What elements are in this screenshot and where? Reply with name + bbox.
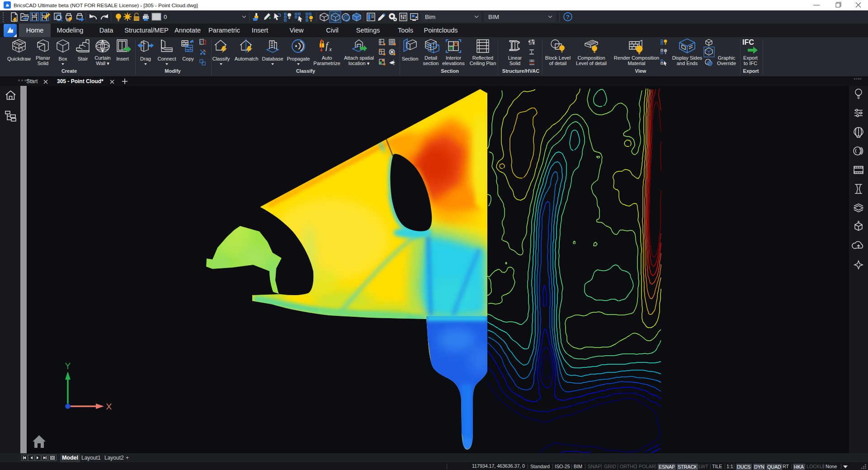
svg-text:?: ? (566, 14, 570, 20)
svg-text:BIM: BIM (488, 14, 499, 20)
svg-text:9: 9 (393, 63, 395, 66)
svg-text:0: 0 (164, 14, 167, 20)
svg-text:1: 1 (393, 59, 395, 62)
svg-text:f: f (326, 41, 329, 51)
svg-text:x: x (329, 46, 332, 52)
svg-text:Bim: Bim (425, 14, 435, 20)
svg-text:IFC: IFC (742, 38, 754, 46)
